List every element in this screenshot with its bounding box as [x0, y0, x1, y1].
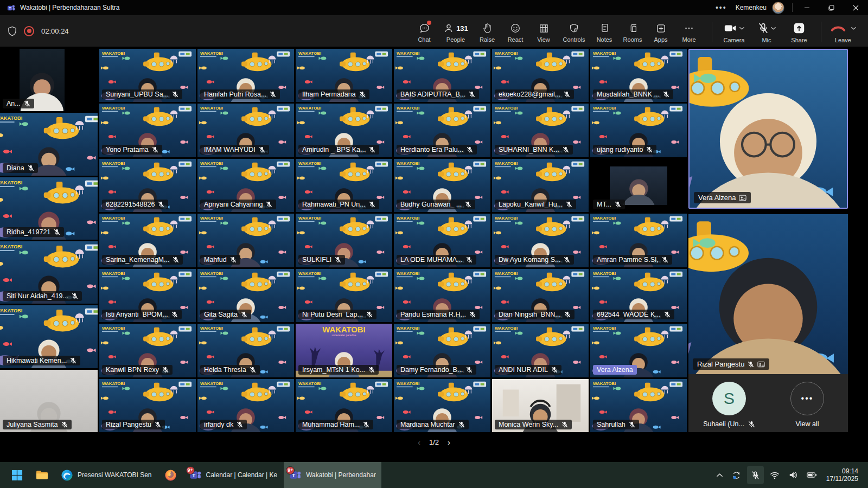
view-button[interactable]: View — [529, 19, 558, 43]
video-tile[interactable]: WAKATOBI Sarina_KemenagM... — [99, 214, 196, 267]
battery-icon[interactable] — [803, 462, 821, 488]
video-tile[interactable]: BI Vera Alzena — [688, 49, 848, 209]
apps-button[interactable]: Apps — [647, 19, 675, 43]
minimize-button[interactable] — [795, 0, 819, 15]
video-tile[interactable]: WAKATOBI SUHARNI_BNN K... — [492, 104, 589, 157]
video-tile[interactable]: An... — [0, 49, 98, 111]
pinned-icon — [739, 195, 746, 201]
sync-status-icon[interactable] — [728, 462, 745, 488]
more-button[interactable]: More — [675, 19, 703, 43]
video-tile[interactable]: WAKATOBI Diana — [0, 113, 98, 175]
mic-off-icon — [566, 201, 572, 208]
video-tile[interactable]: WAKATOBI ANDI NUR ADIL — [492, 324, 589, 377]
close-button[interactable] — [844, 0, 868, 15]
video-tile[interactable]: WAKATOBI Herdianto Era Palu... — [394, 104, 490, 157]
video-tile[interactable]: WAKATOBI irfandy dk — [197, 379, 294, 432]
titlebar-more-icon[interactable]: ••• — [707, 3, 736, 12]
video-tile[interactable]: WAKATOBI Yono Pratama — [99, 104, 196, 157]
tray-expand-icon[interactable] — [712, 462, 727, 488]
video-tile[interactable]: WAKATOBI ekoeko228@gmail... — [492, 49, 589, 102]
video-tile[interactable]: WAKATOBI LA ODE MUHAMA... — [394, 214, 490, 267]
notes-button[interactable]: Notes — [590, 19, 618, 43]
people-button[interactable]: 131 People — [438, 19, 473, 43]
next-page-icon[interactable]: › — [448, 438, 450, 446]
mic-chevron-icon[interactable] — [770, 26, 776, 30]
video-tile[interactable]: WAKATOBI Ni Putu Desri_Lap... — [296, 269, 392, 322]
video-tile[interactable]: WAKATOBI Amirudin _ BPS Ka... — [296, 104, 392, 157]
video-tile[interactable]: WAKATOBI 692544_WAODE K... — [590, 269, 687, 322]
video-tile[interactable]: WAKATOBI Damy Fernando_B... — [394, 324, 490, 377]
prev-page-icon[interactable]: ‹ — [418, 438, 420, 446]
account-name[interactable]: Kemenkeu — [736, 4, 767, 11]
video-tile[interactable]: WAKATOBI Mardiana Muchtar — [394, 379, 490, 432]
video-tile[interactable]: WAKATOBI Muhammad Ham... — [296, 379, 392, 432]
video-tile[interactable]: WAKATOBI Gita Sagita — [197, 269, 294, 322]
video-tile[interactable]: WAKATOBI Musdalifah_BNNK ... — [590, 49, 687, 102]
video-tile[interactable]: WAKATOBI Ilham Permadana — [296, 49, 392, 102]
react-button[interactable]: React — [501, 19, 529, 43]
chat-label: Chat — [418, 36, 430, 43]
taskbar-firefox-button[interactable] — [158, 462, 183, 488]
video-tile[interactable]: WAKATOBI ujang rudiyanto — [590, 104, 687, 157]
taskbar-teams-meeting-button[interactable]: T9+Wakatobi | Perbendahar — [284, 462, 381, 488]
maximize-button[interactable] — [819, 0, 844, 15]
participant-name-label: ekoeko228@gmail... — [495, 89, 574, 99]
controls-button[interactable]: Controls — [558, 19, 590, 43]
video-tile[interactable]: WAKATOBI Hikmawati Kemen... — [0, 305, 98, 368]
video-tile[interactable]: WAKATOBI 6282291548826 — [99, 159, 196, 212]
view-all-control[interactable]: ••• View all — [777, 382, 837, 428]
video-tile[interactable]: WAKATOBI Mahfud — [197, 214, 294, 267]
video-tile[interactable]: WAKATOBI Dian Ningsih_BNN... — [492, 269, 589, 322]
chat-button[interactable]: Chat — [410, 19, 438, 43]
taskbar-start-button[interactable] — [5, 462, 29, 488]
video-tile[interactable]: WAKATOBI Amran Pamme S.SI, — [590, 214, 687, 267]
volume-icon[interactable] — [784, 462, 802, 488]
video-tile[interactable]: WAKATOBI Vera Alzena — [590, 324, 687, 377]
video-tile[interactable]: WAKATOBI Lapoku_Kanwil_Hu... — [492, 159, 589, 212]
video-tile[interactable]: WAKATOBI BAIS ADIPUTRA_B... — [394, 49, 490, 102]
participant-name-label: Rizal Pangestu — [693, 358, 769, 370]
video-tile[interactable]: WAKATOBI Siti Nur Aidah_419... — [0, 241, 98, 304]
video-tile[interactable]: MT... — [590, 159, 687, 212]
video-tile[interactable]: WAKATOBI Kanwil BPN Rexy — [99, 324, 196, 377]
video-tile[interactable]: WAKATOBI IMAM WAHYUDI — [197, 104, 294, 157]
video-tile[interactable]: WAKATOBI Rizal Pangestu — [99, 379, 196, 432]
video-tile[interactable]: WAKATOBI Isti Ariyanti_BPOM... — [99, 269, 196, 322]
mic-button[interactable]: Mic — [750, 18, 783, 43]
camera-chevron-icon[interactable] — [739, 26, 745, 30]
camera-button[interactable]: Camera — [718, 18, 750, 43]
overflow-participant[interactable]: S Suhaeli (Un... — [699, 382, 759, 428]
taskbar-edge-button[interactable]: Presensi WAKATOBI Sen — [55, 462, 157, 488]
leave-chevron-icon[interactable] — [851, 26, 857, 30]
video-tile[interactable]: BI Rizal Pangestu — [688, 214, 848, 374]
video-tile[interactable]: WAKATOBI Budhy Gunawan_ ... — [394, 159, 490, 212]
svg-text:WAKATOBI: WAKATOBI — [102, 326, 125, 331]
raise-button[interactable]: Raise — [473, 19, 501, 43]
video-tile[interactable]: WAKATOBI underwater paradise Irsyam_MTsN… — [296, 324, 392, 377]
video-tile[interactable]: WAKATOBI Hanifah Putri Rosa... — [197, 49, 294, 102]
video-tile[interactable]: Juliyana Sasmita — [0, 370, 98, 432]
view-all-ellipsis-icon[interactable]: ••• — [790, 382, 824, 415]
people-label: People — [446, 36, 465, 43]
video-tile[interactable]: WAKATOBI Pandu Esmana R.H... — [394, 269, 490, 322]
leave-button[interactable]: Leave — [827, 18, 859, 43]
tray-mic-muted-icon[interactable] — [747, 466, 764, 484]
video-tile[interactable]: WAKATOBI Ridha_419721 — [0, 177, 98, 240]
video-tile[interactable]: WAKATOBI Rahmawati_PN Un... — [296, 159, 392, 212]
account-avatar[interactable] — [772, 2, 784, 14]
wifi-icon[interactable] — [766, 462, 783, 488]
video-tile[interactable]: WAKATOBI Sahrullah — [590, 379, 687, 432]
taskbar-explorer-button[interactable] — [30, 462, 54, 488]
toolbar-center-group: Chat 131 People Raise React View Control… — [410, 19, 703, 43]
video-tile[interactable]: WAKATOBI SULKIFLI — [296, 214, 392, 267]
taskbar-teams-calendar-button[interactable]: T9+Calendar | Calendar | Ke — [184, 462, 283, 488]
share-button[interactable]: Share — [783, 18, 815, 43]
rooms-button[interactable]: Rooms — [618, 19, 647, 43]
video-tile[interactable]: Monica Werin Sky... — [492, 379, 589, 432]
mic-off-icon — [369, 201, 375, 208]
video-tile[interactable]: WAKATOBI Suriyani_UPBU Sa... — [99, 49, 196, 102]
video-tile[interactable]: WAKATOBI Dw Ayu Komang S... — [492, 214, 589, 267]
taskbar-clock[interactable]: 09:14 17/11/2025 — [822, 467, 864, 483]
video-tile[interactable]: WAKATOBI Apriyani Cahyaning — [197, 159, 294, 212]
video-tile[interactable]: WAKATOBI Helda Thresia — [197, 324, 294, 377]
